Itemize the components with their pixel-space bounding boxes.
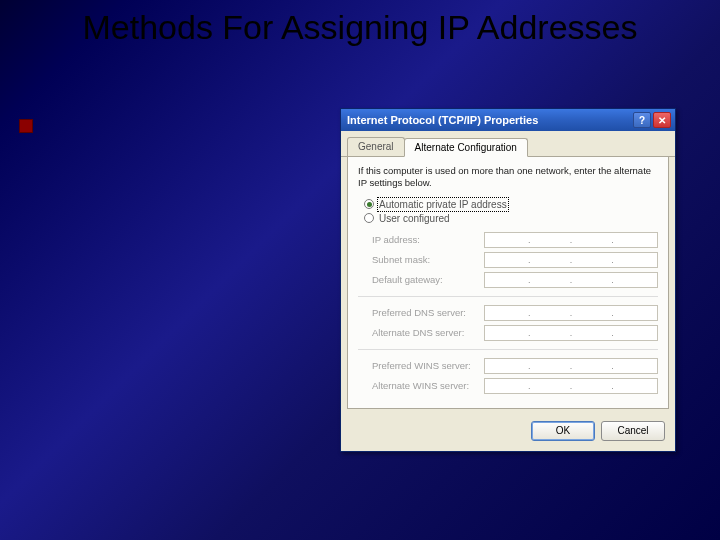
tcpip-properties-dialog: Internet Protocol (TCP/IP) Properties ? … [340,108,676,452]
ok-button[interactable]: OK [531,421,595,441]
ip-settings-group: IP address: ... Subnet mask: ... Default… [358,232,658,394]
input-alternate-wins[interactable]: ... [484,378,658,394]
dialog-button-row: OK Cancel [341,415,675,451]
dialog-title: Internet Protocol (TCP/IP) Properties [347,114,633,126]
dialog-titlebar: Internet Protocol (TCP/IP) Properties ? … [341,109,675,131]
input-preferred-dns[interactable]: ... [484,305,658,321]
intro-text: If this computer is used on more than on… [358,165,658,189]
cancel-button[interactable]: Cancel [601,421,665,441]
radio-label: User configured [379,213,450,224]
radio-user-configured[interactable]: User configured [364,213,658,224]
tab-strip: General Alternate Configuration [341,131,675,157]
input-default-gateway[interactable]: ... [484,272,658,288]
label-preferred-dns: Preferred DNS server: [358,307,478,318]
tab-panel: If this computer is used on more than on… [347,157,669,409]
accent-square [20,120,32,132]
label-ip-address: IP address: [358,234,478,245]
label-alternate-wins: Alternate WINS server: [358,380,478,391]
label-subnet-mask: Subnet mask: [358,254,478,265]
input-alternate-dns[interactable]: ... [484,325,658,341]
label-preferred-wins: Preferred WINS server: [358,360,478,371]
tab-alternate-configuration[interactable]: Alternate Configuration [404,138,528,157]
label-alternate-dns: Alternate DNS server: [358,327,478,338]
divider [358,349,658,350]
divider [358,296,658,297]
input-ip-address[interactable]: ... [484,232,658,248]
help-button[interactable]: ? [633,112,651,128]
label-default-gateway: Default gateway: [358,274,478,285]
input-preferred-wins[interactable]: ... [484,358,658,374]
radio-icon [364,213,374,223]
radio-label: Automatic private IP address [379,199,507,210]
slide-title: Methods For Assigning IP Addresses [0,0,720,47]
input-subnet-mask[interactable]: ... [484,252,658,268]
radio-icon [364,199,374,209]
radio-automatic-private-ip[interactable]: Automatic private IP address [364,199,658,210]
tab-general[interactable]: General [347,137,405,156]
close-button[interactable]: ✕ [653,112,671,128]
